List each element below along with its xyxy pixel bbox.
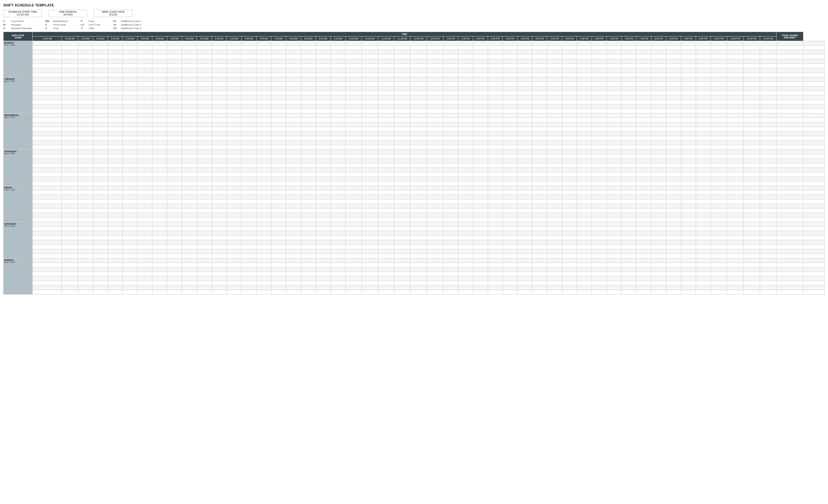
time-data-cell[interactable] (62, 127, 78, 132)
time-data-cell[interactable] (137, 245, 152, 249)
time-data-cell[interactable] (503, 272, 518, 276)
time-data-cell[interactable] (666, 281, 681, 285)
employee-name-cell[interactable] (33, 267, 62, 272)
time-data-cell[interactable] (137, 177, 152, 181)
time-data-cell[interactable] (62, 249, 78, 254)
time-data-cell[interactable] (666, 199, 681, 204)
time-data-cell[interactable] (621, 104, 636, 109)
time-data-cell[interactable] (227, 236, 242, 240)
time-data-cell[interactable] (776, 118, 803, 123)
time-data-cell[interactable] (62, 195, 78, 199)
time-data-cell[interactable] (182, 132, 197, 136)
time-data-cell[interactable] (152, 50, 167, 55)
time-data-cell[interactable] (345, 245, 362, 249)
time-data-cell[interactable] (696, 159, 711, 163)
time-data-cell[interactable] (621, 41, 636, 46)
time-data-cell[interactable] (577, 159, 592, 163)
time-data-cell[interactable] (182, 199, 197, 204)
time-data-cell[interactable] (316, 231, 331, 236)
time-data-cell[interactable] (410, 168, 427, 172)
time-data-cell[interactable] (577, 186, 592, 190)
time-data-cell[interactable] (532, 73, 547, 77)
time-data-cell[interactable] (621, 290, 636, 294)
time-data-cell[interactable] (562, 272, 577, 276)
time-data-cell[interactable] (316, 64, 331, 68)
time-data-cell[interactable] (562, 100, 577, 104)
time-data-cell[interactable] (458, 109, 473, 113)
time-data-cell[interactable] (488, 68, 503, 73)
time-data-cell[interactable] (123, 113, 137, 118)
time-data-cell[interactable] (137, 159, 152, 163)
time-data-cell[interactable] (394, 199, 410, 204)
time-data-cell[interactable] (212, 172, 227, 177)
time-data-cell[interactable] (316, 199, 331, 204)
time-data-cell[interactable] (108, 272, 123, 276)
time-data-cell[interactable] (592, 218, 607, 222)
time-data-cell[interactable] (167, 276, 182, 281)
time-data-cell[interactable] (488, 172, 503, 177)
time-data-cell[interactable] (378, 46, 394, 50)
time-data-cell[interactable] (62, 290, 78, 294)
time-data-cell[interactable] (256, 123, 271, 127)
time-data-cell[interactable] (256, 163, 271, 168)
time-data-cell[interactable] (681, 118, 696, 123)
time-data-cell[interactable] (744, 109, 760, 113)
time-data-cell[interactable] (212, 159, 227, 163)
time-data-cell[interactable] (152, 163, 167, 168)
time-data-cell[interactable] (577, 145, 592, 150)
time-data-cell[interactable] (488, 86, 503, 91)
time-data-cell[interactable] (167, 159, 182, 163)
time-data-cell[interactable] (577, 73, 592, 77)
time-data-cell[interactable] (378, 222, 394, 227)
time-data-cell[interactable] (473, 159, 488, 163)
time-data-cell[interactable] (696, 209, 711, 213)
time-data-cell[interactable] (137, 68, 152, 73)
time-data-cell[interactable] (518, 177, 532, 181)
time-data-cell[interactable] (636, 222, 651, 227)
time-data-cell[interactable] (108, 64, 123, 68)
time-data-cell[interactable] (378, 240, 394, 245)
time-data-cell[interactable] (711, 172, 727, 177)
time-data-cell[interactable] (443, 100, 458, 104)
time-data-cell[interactable] (345, 172, 362, 177)
time-data-cell[interactable] (123, 258, 137, 263)
time-data-cell[interactable] (167, 64, 182, 68)
time-data-cell[interactable] (503, 276, 518, 281)
time-data-cell[interactable] (197, 181, 212, 186)
time-data-cell[interactable] (212, 109, 227, 113)
time-data-cell[interactable] (547, 199, 562, 204)
time-data-cell[interactable] (760, 204, 776, 209)
time-data-cell[interactable] (696, 59, 711, 64)
time-data-cell[interactable] (286, 190, 301, 195)
time-data-cell[interactable] (621, 222, 636, 227)
time-data-cell[interactable] (518, 141, 532, 145)
time-data-cell[interactable] (394, 77, 410, 82)
time-data-cell[interactable] (696, 91, 711, 95)
time-data-cell[interactable] (286, 186, 301, 190)
time-data-cell[interactable] (532, 136, 547, 141)
time-data-cell[interactable] (316, 186, 331, 190)
time-data-cell[interactable] (227, 190, 242, 195)
time-data-cell[interactable] (227, 272, 242, 276)
time-data-cell[interactable] (427, 73, 443, 77)
time-data-cell[interactable] (592, 141, 607, 145)
time-data-cell[interactable] (760, 177, 776, 181)
time-data-cell[interactable] (286, 55, 301, 59)
time-data-cell[interactable] (345, 186, 362, 190)
time-data-cell[interactable] (301, 132, 316, 136)
time-data-cell[interactable] (316, 59, 331, 64)
time-data-cell[interactable] (607, 240, 622, 245)
total-hours-cell[interactable] (803, 190, 825, 195)
time-data-cell[interactable] (607, 64, 622, 68)
time-data-cell[interactable] (62, 222, 78, 227)
time-data-cell[interactable] (167, 91, 182, 95)
time-data-cell[interactable] (62, 213, 78, 218)
time-data-cell[interactable] (592, 190, 607, 195)
time-data-cell[interactable] (394, 41, 410, 46)
time-data-cell[interactable] (711, 123, 727, 127)
time-data-cell[interactable] (727, 141, 744, 145)
time-data-cell[interactable] (78, 276, 93, 281)
time-data-cell[interactable] (681, 227, 696, 231)
time-data-cell[interactable] (182, 64, 197, 68)
time-data-cell[interactable] (93, 95, 108, 100)
